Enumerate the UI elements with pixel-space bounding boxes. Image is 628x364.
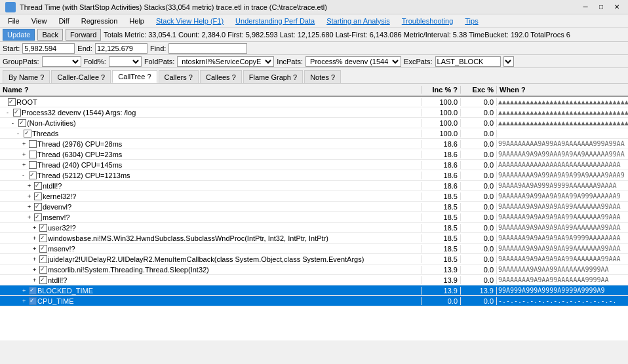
excpats-dropdown[interactable] — [503, 56, 514, 67]
row-label: ntdll!? — [43, 182, 62, 190]
tree-expander[interactable]: + — [22, 151, 29, 158]
row-checkbox[interactable] — [39, 224, 47, 232]
tree-expander[interactable]: + — [33, 277, 39, 283]
col-inc-header[interactable]: Inc % ? — [422, 86, 461, 94]
tree-expander[interactable]: + — [28, 204, 34, 210]
menu-item-starting-an-analysis[interactable]: Starting an Analysis — [321, 16, 395, 26]
menu-item-troubleshooting[interactable]: Troubleshooting — [397, 16, 458, 26]
menu-item-diff[interactable]: Diff — [53, 16, 74, 26]
row-checkbox[interactable] — [39, 234, 47, 242]
menu-item-tips[interactable]: Tips — [460, 16, 483, 26]
table-row[interactable]: + BLOCKED_TIME13.913.999A999A999A9999A99… — [0, 285, 628, 296]
end-input[interactable] — [95, 43, 147, 54]
col-name-header[interactable]: Name ? — [0, 86, 422, 94]
tree-expander[interactable]: + — [28, 183, 34, 189]
row-checkbox[interactable] — [29, 297, 37, 305]
table-row[interactable]: + kernel32!?18.50.09AAAAAA9A99AA9A9AA99A… — [0, 191, 628, 202]
row-checkbox[interactable] — [29, 287, 37, 295]
menu-item-help[interactable]: Help — [124, 16, 149, 26]
when-value: 9AAAAAA9A9AA9A9AA99AAAAAAA99AAA — [497, 203, 628, 210]
table-row[interactable]: + CPU_TIME0.00.0-.-.-.-.-.-.-.-.-.-.-.-.… — [0, 296, 628, 306]
row-checkbox[interactable] — [29, 161, 37, 169]
tree-expander[interactable]: + — [33, 266, 39, 273]
row-checkbox[interactable] — [39, 266, 47, 274]
find-input[interactable] — [168, 43, 247, 54]
tree-expander[interactable]: + — [33, 235, 39, 242]
tree-expander[interactable]: + — [33, 256, 39, 263]
table-row[interactable]: + Thread (2976) CPU=28ms18.60.099AAAAAAA… — [0, 139, 628, 149]
col-when-header[interactable]: When ? — [497, 86, 628, 94]
totals-label: Totals Metric: 33,054.1 Count: 2,384.0 F… — [104, 31, 570, 39]
tab-4[interactable]: Callees ? — [200, 70, 242, 83]
back-button[interactable]: Back — [37, 29, 62, 41]
tab-2[interactable]: CallTree ? — [112, 70, 157, 83]
tab-5[interactable]: Flame Graph ? — [243, 70, 303, 83]
table-row[interactable]: + juidelayr2!UIDelayR2.UIDelayR2.MenuIte… — [0, 254, 628, 264]
tab-1[interactable]: Caller-Callee ? — [51, 70, 111, 83]
table-row[interactable]: - (Non-Activities)100.00.0▲▲▲▲▲▲▲▲▲▲▲▲▲▲… — [0, 118, 628, 128]
row-checkbox[interactable] — [8, 98, 16, 106]
forward-button[interactable]: Forward — [66, 29, 101, 41]
table-row[interactable]: - Process32 devenv (1544) Args: /log100.… — [0, 107, 628, 118]
tree-expander[interactable]: - — [17, 130, 24, 137]
row-checkbox[interactable] — [39, 276, 47, 284]
table-row[interactable]: + Thread (6304) CPU=23ms18.60.09AAAAAA9A… — [0, 149, 628, 160]
tree-expander[interactable]: - — [12, 120, 18, 126]
table-row[interactable]: + mscorlib.ni!System.Threading.Thread.Sl… — [0, 264, 628, 275]
close-button[interactable]: ✕ — [611, 1, 623, 13]
row-checkbox[interactable] — [34, 203, 42, 211]
table-row[interactable]: ROOT100.00.0▲▲▲▲▲▲▲▲▲▲▲▲▲▲▲▲▲▲▲▲▲▲▲▲▲▲▲▲… — [0, 97, 628, 107]
minimize-button[interactable]: ─ — [579, 1, 591, 13]
menu-item-regression[interactable]: Regression — [76, 16, 123, 26]
tab-3[interactable]: Callers ? — [159, 70, 199, 83]
tree-expander[interactable]: + — [22, 141, 29, 147]
fold-select[interactable] — [109, 56, 142, 67]
row-label: Thread (240) CPU=145ms — [37, 161, 122, 169]
grouppats-select[interactable] — [42, 56, 81, 67]
table-row[interactable]: + devenvl?18.50.09AAAAAA9A9AA9A9AA99AAAA… — [0, 202, 628, 212]
row-checkbox[interactable] — [13, 109, 21, 117]
tree-expander[interactable]: + — [22, 162, 29, 168]
incpats-select[interactable]: Process% devenv (1544 — [305, 56, 401, 67]
table-row[interactable]: + msenv!?18.50.09AAAAAA9A9AA9A9AA99AAAAA… — [0, 212, 628, 223]
row-label: msenv!? — [43, 213, 70, 221]
row-checkbox[interactable] — [18, 119, 26, 127]
tree-expander[interactable]: + — [33, 246, 39, 252]
start-input[interactable] — [22, 43, 75, 54]
table-row[interactable]: + user32!?18.50.09AAAAAA9A9AA9A9AA99AAAA… — [0, 223, 628, 233]
table-row[interactable]: - Threads100.00.0 — [0, 128, 628, 139]
menu-item-stack-view-help-(f1)[interactable]: Stack View Help (F1) — [151, 16, 229, 26]
col-exc-header[interactable]: Exc % — [461, 86, 497, 94]
table-row[interactable]: + Thread (240) CPU=145ms18.60.0AAAAAAAAA… — [0, 160, 628, 170]
tree-expander[interactable]: + — [22, 287, 29, 294]
foldpats-select[interactable]: ntoskrnl!%ServiceCopyE — [177, 56, 274, 67]
row-checkbox[interactable] — [34, 213, 42, 221]
row-checkbox[interactable] — [29, 140, 37, 148]
tab-0[interactable]: By Name ? — [3, 70, 50, 83]
row-checkbox[interactable] — [39, 255, 47, 263]
menu-item-understanding-perf-data[interactable]: Understanding Perf Data — [230, 16, 320, 26]
table-row[interactable]: + msenv!?18.50.09AAAAAA9A9AA9A9AA99AAAAA… — [0, 244, 628, 254]
tree-expander[interactable]: - — [7, 109, 13, 116]
menu-item-view[interactable]: View — [26, 16, 52, 26]
table-row[interactable]: - Thread (5212) CPU=1213ms18.60.09AAAAAA… — [0, 170, 628, 181]
row-checkbox[interactable] — [29, 172, 37, 179]
table-row[interactable]: + windowsbase.ni!MS.Win32.HwndSubclass.S… — [0, 233, 628, 244]
tree-expander[interactable]: + — [28, 193, 34, 200]
tab-6[interactable]: Notes ? — [304, 70, 341, 83]
row-checkbox[interactable] — [29, 151, 37, 158]
menu-item-file[interactable]: File — [3, 16, 25, 26]
row-checkbox[interactable] — [34, 182, 42, 190]
tree-expander[interactable]: - — [22, 172, 29, 179]
tree-expander[interactable]: + — [28, 214, 34, 221]
table-row[interactable]: + ntdll!?18.60.09AAAA9AA9A999A9999AAAAAA… — [0, 181, 628, 191]
maximize-button[interactable]: □ — [595, 1, 607, 13]
row-checkbox[interactable] — [39, 245, 47, 253]
tree-expander[interactable]: + — [33, 225, 39, 231]
row-checkbox[interactable] — [24, 130, 31, 137]
tree-expander[interactable]: + — [22, 298, 29, 304]
update-button[interactable]: Update — [3, 29, 35, 41]
table-row[interactable]: + ntdll!?13.90.09AAAAAAA9A9AA99AAAAAAA99… — [0, 275, 628, 285]
excpats-input[interactable] — [435, 56, 501, 67]
row-checkbox[interactable] — [34, 192, 42, 200]
